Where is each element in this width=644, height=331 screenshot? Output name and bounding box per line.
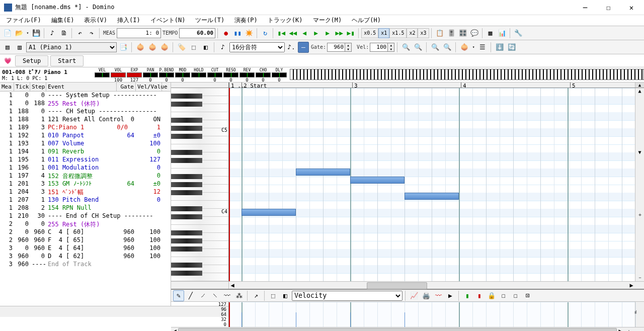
col-mea[interactable]: Mea [0, 82, 14, 91]
meter-rev[interactable]: REV 0 [239, 68, 255, 82]
event-row[interactable]: 11951011 Expression127 [0, 156, 171, 164]
list-icon[interactable]: ☰ [477, 42, 488, 53]
meter-vel[interactable]: VEL [95, 68, 110, 82]
zoom-x0.5[interactable]: x0.5 [361, 28, 378, 38]
note[interactable] [296, 169, 350, 176]
tracks-view-icon[interactable]: 🎚️ [446, 28, 457, 39]
event-row[interactable]: 39600D 4 [ 62]960100 [0, 253, 171, 261]
menu-play[interactable]: 演奏(P) [229, 15, 263, 26]
meter-p.bend[interactable]: P.BEND 0 [159, 68, 174, 82]
list-view-icon[interactable]: 📋 [434, 28, 445, 39]
track-up-icon[interactable]: ▤ [2, 42, 13, 53]
zoom-x1.5[interactable]: x1.5 [389, 28, 407, 38]
cc-random-icon[interactable]: ⁂ [233, 290, 245, 301]
cc-graph-icon[interactable]: 📈 [409, 290, 420, 301]
cc-curve2-icon[interactable]: ⟍ [209, 290, 220, 301]
meas-field[interactable]: 1: 0 [117, 28, 161, 38]
vzoom-in-icon[interactable]: 🔍 [442, 42, 453, 53]
velocity-bar[interactable] [242, 312, 242, 327]
zoom-in-icon[interactable]: 🔍 [413, 42, 424, 53]
zoom-x1[interactable]: x1 [378, 28, 389, 38]
gate-spinner[interactable]: ▲▼ [345, 43, 352, 52]
note-page-icon[interactable]: 🗎 [58, 28, 69, 39]
track-props-icon[interactable]: 📑 [118, 42, 129, 53]
dotted-note-icon[interactable]: ♪. [286, 42, 297, 53]
loop-icon[interactable]: ↻ [260, 28, 271, 39]
cc-move-icon[interactable]: ↗ [251, 290, 262, 301]
meters-view-icon[interactable]: 📊 [497, 28, 508, 39]
event-row[interactable]: 12043151 ﾍﾞﾝﾄﾞ幅12 [0, 188, 171, 196]
event-row[interactable]: 2960960F 4 [ 65]960100 [0, 236, 171, 244]
keyboard-overview[interactable] [290, 69, 644, 80]
new-file-icon[interactable]: 📄 [2, 28, 13, 39]
cc-wave-icon[interactable]: 〰 [433, 290, 444, 301]
meter-exp[interactable]: EXP 127 [127, 68, 142, 82]
menu-track[interactable]: トラック(K) [263, 15, 308, 26]
event-row[interactable]: 11941091 Reverb0 [0, 148, 171, 156]
event-row[interactable]: 11921010 Panpot64±0 [0, 132, 171, 140]
cc-box3-icon[interactable]: ⊡ [522, 290, 533, 301]
pause-icon[interactable]: ▮▮ [232, 28, 243, 39]
cc-select-icon[interactable]: ⬚ [268, 290, 279, 301]
mixer-view-icon[interactable]: 🎛️ [457, 28, 468, 39]
event-row[interactable]: 12071130 Pitch Bend0 [0, 196, 171, 204]
meter-cut[interactable]: CUT 0 [207, 68, 222, 82]
cc-ind2-icon[interactable]: ▮ [474, 290, 485, 301]
roll-hscrollbar[interactable]: ◀ ▶ [171, 281, 644, 289]
event-row[interactable]: 11881121 Reset All Control0ON [0, 116, 171, 124]
cc-lock-icon[interactable]: 🔒 [486, 290, 497, 301]
menu-edit[interactable]: 編集(E) [46, 15, 79, 26]
menu-mark[interactable]: マーク(M) [308, 15, 347, 26]
event-row[interactable]: 11961001 Modulation0 [0, 164, 171, 172]
onion-icon[interactable]: 🧅 [459, 42, 470, 53]
zoom-x2[interactable]: x2 [407, 28, 418, 38]
meter-cho[interactable]: CHO 0 [256, 68, 271, 82]
cc-box1-icon[interactable]: ☐ [498, 290, 509, 301]
event-row[interactable]: 3960----End of Track [0, 261, 171, 269]
meter-mod[interactable]: MOD 0 [175, 68, 190, 82]
menu-tool[interactable]: ツール(T) [190, 15, 229, 26]
step-fwd-icon[interactable]: ▶ [322, 28, 333, 39]
heart-icon[interactable]: 💗 [2, 55, 13, 66]
cc-pencil-icon[interactable]: ✎ [173, 290, 184, 301]
meter-hold[interactable]: HOLD [191, 68, 206, 82]
cc-print-icon[interactable]: 🖨️ [421, 290, 432, 301]
gate-input[interactable] [327, 43, 345, 52]
dropdown2-icon[interactable]: ▾ [471, 42, 476, 53]
piano-keyboard[interactable]: C5C4 [171, 88, 229, 281]
event-row[interactable]: 12082154 RPN Null [0, 204, 171, 212]
save-icon[interactable]: 💾 [31, 28, 42, 39]
note-division-select[interactable]: 16分音符 [229, 42, 285, 52]
dropdown-icon[interactable]: ▾ [25, 28, 30, 39]
onion1-icon[interactable]: 🧅 [135, 42, 146, 53]
track-select[interactable]: A1 (Piano 1) [26, 42, 117, 52]
vscrollbar[interactable]: ▲▼＋－ [635, 88, 644, 281]
grid-view-icon[interactable]: ▦ [485, 28, 496, 39]
note[interactable] [405, 193, 459, 200]
velocity-bar[interactable] [350, 312, 351, 327]
cc-plot[interactable] [229, 302, 635, 327]
meter-reso[interactable]: RESO 0 [223, 68, 238, 82]
settings-icon[interactable]: 🔧 [513, 28, 524, 39]
vel-input[interactable] [370, 43, 388, 52]
comment-icon[interactable]: 💬 [469, 28, 480, 39]
col-gate[interactable]: Gate [117, 82, 136, 91]
redo-icon[interactable]: ↷ [86, 28, 97, 39]
cc-hscrollbar[interactable]: ◀ ▶ ＋ － [171, 327, 644, 331]
maximize-button[interactable]: ☐ [597, 0, 620, 15]
onion3-icon[interactable]: 🧅 [159, 42, 170, 53]
event-row[interactable]: 11893PC:Piano 1 0/01 [0, 124, 171, 132]
meter-vol[interactable]: VOL 100 [111, 68, 126, 82]
minimize-button[interactable]: ─ [574, 0, 597, 15]
vzoom-out-icon[interactable]: 🔍 [430, 42, 441, 53]
event-row[interactable]: 200255 Rest (休符) [0, 220, 171, 228]
menu-event[interactable]: イベント(N) [145, 15, 191, 26]
open-file-icon[interactable]: 📂 [14, 28, 25, 39]
note[interactable] [242, 209, 296, 216]
event-row[interactable]: 11974152 音程微調整0 [0, 172, 171, 180]
vel-spinner[interactable]: ▲▼ [388, 43, 394, 52]
cc-arrow-icon[interactable]: ▶ [445, 290, 456, 301]
record-icon[interactable]: ● [220, 28, 231, 39]
onion2-icon[interactable]: 🧅 [147, 42, 158, 53]
download-icon[interactable]: ⬇️ [494, 42, 505, 53]
